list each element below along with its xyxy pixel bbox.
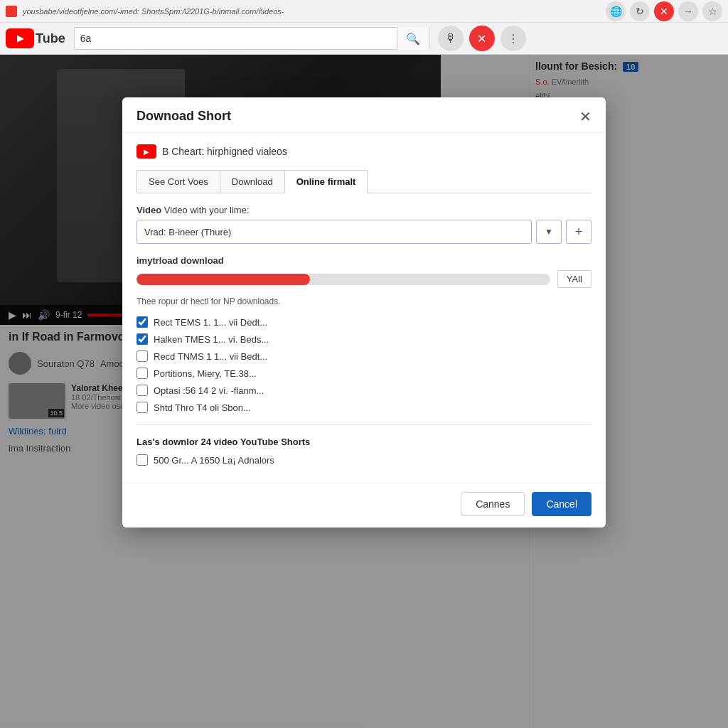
channel-info-row: B Cheart: hirphigned vialeos	[136, 144, 592, 159]
nav-icon-arrow[interactable]: →	[678, 1, 698, 21]
progress-section: imytrload download YAll	[136, 255, 592, 288]
nav-icon-refresh[interactable]: ↻	[630, 1, 650, 21]
menu-icon[interactable]: ⋮	[500, 26, 526, 51]
modal-overlay: Downoad Short ✕ B Cheart: hirphigned via…	[0, 55, 728, 728]
section2-checkbox[interactable]	[136, 454, 148, 466]
checkbox-label-4: Optasi :56 14 2 vi. -flanm...	[154, 385, 264, 396]
cannes-button[interactable]: Cannes	[461, 492, 525, 516]
nav-icon-globe[interactable]: 🌐	[606, 1, 626, 21]
progress-row: YAll	[136, 270, 592, 288]
checkbox-item: Halken TMES 1... vi. Beds...	[136, 333, 592, 345]
browser-top-bar: yousbabe/videotfjelne.com/-imed: ShortsS…	[0, 0, 728, 23]
yt-logo-box: ▶	[6, 28, 34, 48]
checkbox-2[interactable]	[136, 350, 148, 362]
nav-icon-x[interactable]: ✕	[654, 1, 674, 21]
download-progress-bar	[136, 274, 550, 285]
modal-header: Downoad Short ✕	[122, 97, 606, 133]
main-content: ▶ ⏭ 🔊 9-fir 12 ⛶ in If Road in Farmovoba…	[0, 55, 728, 728]
checkbox-item: Recd TNMS 1 1... vii Bedt...	[136, 350, 592, 362]
section2-title: Las's downlor 24 video YouTube Shorts	[136, 437, 592, 447]
checkbox-item: Optasi :56 14 2 vi. -flanm...	[136, 385, 592, 396]
checkbox-item: Shtd Thro T4 oli Sbon...	[136, 402, 592, 413]
checkbox-label-5: Shtd Thro T4 oli Sbon...	[154, 402, 251, 413]
modal-title: Downoad Short	[136, 109, 231, 124]
yt-logo-icon: ▶	[17, 33, 23, 43]
form-label: Video Video with your lime:	[136, 205, 592, 215]
modal-body: B Cheart: hirphigned vialeos See Cort Vo…	[122, 133, 606, 483]
checkbox-1[interactable]	[136, 333, 148, 345]
modal-close-button[interactable]: ✕	[579, 109, 592, 124]
checkbox-0[interactable]	[136, 316, 148, 328]
search-button[interactable]: 🔍	[397, 27, 429, 50]
url-text: yousbabe/videotfjelne.com/-imed: ShortsS…	[23, 7, 284, 16]
section2-checkbox-item: 500 Gr... A 1650 La¡ Adnalors	[136, 454, 592, 466]
checkbox-item: Portitions, Miery, TE.38...	[136, 368, 592, 379]
cancel-button[interactable]: Cancel	[532, 492, 592, 516]
add-button[interactable]: +	[566, 220, 592, 244]
tab-download[interactable]: Download	[220, 170, 285, 193]
checkbox-item: Rect TEMS 1. 1... vii Dedt...	[136, 316, 592, 328]
download-modal: Downoad Short ✕ B Cheart: hirphigned via…	[122, 97, 606, 528]
header-icons: 🎙 ✕ ⋮	[438, 26, 526, 51]
section2-checkbox-label: 500 Gr... A 1650 La¡ Adnalors	[154, 455, 274, 466]
section-divider	[136, 424, 592, 425]
channel-info-text: B Cheart: hirphigned vialeos	[162, 146, 287, 157]
modal-footer: Cannes Cancel	[122, 483, 606, 528]
browser-url-bar: ▶ Tube 🔍 🎙 ✕ ⋮	[0, 23, 728, 54]
download-progress-fill	[136, 274, 310, 285]
checkbox-label-1: Halken TMES 1... vi. Beds...	[154, 334, 269, 345]
search-bar: 🔍	[74, 27, 429, 50]
nav-icon-star[interactable]: ☆	[702, 1, 722, 21]
modal-tabs: See Cort Voes Download Online firmalt	[136, 170, 592, 193]
user-icon[interactable]: ✕	[469, 26, 495, 51]
yt-tube-text: Tube	[36, 31, 65, 46]
tab-see-cort[interactable]: See Cort Voes	[136, 170, 220, 193]
youtube-logo: ▶ Tube	[6, 28, 65, 48]
yt-small-icon	[136, 144, 156, 159]
yall-button[interactable]: YAll	[557, 270, 592, 288]
progress-label: imytrload download	[136, 255, 592, 266]
browser-chrome: yousbabe/videotfjelne.com/-imed: ShortsS…	[0, 0, 728, 55]
checkbox-5[interactable]	[136, 402, 148, 413]
browser-favicon	[6, 6, 17, 17]
tab-online-firmalt[interactable]: Online firmalt	[284, 170, 368, 193]
mic-icon[interactable]: 🎙	[438, 26, 464, 51]
browser-nav-icons: 🌐 ↻ ✕ → ☆	[606, 1, 722, 21]
checkbox-label-2: Recd TNMS 1 1... vii Bedt...	[154, 351, 267, 362]
checkbox-label-0: Rect TEMS 1. 1... vii Dedt...	[154, 317, 267, 328]
checkbox-label-3: Portitions, Miery, TE.38...	[154, 368, 257, 379]
browser-url-display: yousbabe/videotfjelne.com/-imed: ShortsS…	[6, 6, 606, 17]
info-text: Thee ropur dr hectl for NP downloads.	[136, 296, 592, 306]
checkbox-4[interactable]	[136, 385, 148, 396]
input-row: ▼ +	[136, 220, 592, 244]
checkbox-list: Rect TEMS 1. 1... vii Dedt...Halken TMES…	[136, 316, 592, 413]
checkbox-3[interactable]	[136, 368, 148, 379]
dropdown-button[interactable]: ▼	[536, 220, 562, 244]
video-input[interactable]	[136, 220, 532, 244]
search-input[interactable]	[80, 33, 394, 44]
